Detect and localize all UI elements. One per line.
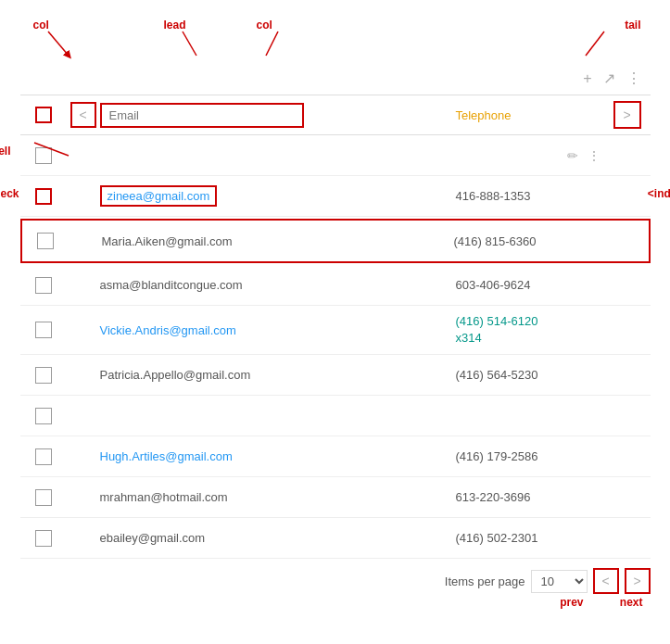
pagination-label: Items per page [445,575,525,588]
svg-line-0 [48,32,69,56]
row4-phone-main: (416) 514-6120 [456,313,604,330]
row9-check-col [20,530,67,547]
row4-email-col: Vickie.Andris@gmail.com [100,323,456,337]
subheader-actions: ✏ ⋮ [456,148,604,163]
telephone-header-label: Telephone [456,108,512,122]
row3-phone-col: 603-406-9624 [456,278,604,292]
col-prev-button[interactable]: < [70,102,96,128]
row-1-wrapper: check <index> : 1 zineea@gmail.com 416-8… [20,176,651,217]
pagination-next-button[interactable]: > [625,568,651,594]
table-row: Hugh.Artiles@gmail.com (416) 179-2586 [20,436,651,477]
row8-email: mrahman@hotmail.com [100,490,228,504]
ann-prev-label: prev [560,596,583,609]
row8-checkbox[interactable] [35,489,52,506]
row4-check-col [20,322,67,338]
row6-check-col [20,408,67,424]
row1-phone-col: 416-888-1353 [456,189,604,203]
table-header: < Telephone > [20,95,651,135]
row2-email-col: Maria.Aiken@gmail.com [102,234,454,248]
annotation-subheader-row: ✏ ⋮ [20,135,651,176]
row4-email: Vickie.Andris@gmail.com [100,323,236,337]
header-nav-prev: < [67,102,100,128]
pagination-wrapper: Items per page 10 5 25 50 < > prev next [20,559,651,594]
row7-email: Hugh.Artiles@gmail.com [100,449,233,463]
row4-checkbox[interactable] [35,322,52,338]
pagination-next-icon: > [633,574,640,588]
ann-lead-label: lead [164,19,186,32]
row1-email-col: zineea@gmail.com [100,185,456,207]
pagination-prev-icon: < [601,574,609,588]
row2-email: Maria.Aiken@gmail.com [102,234,233,248]
more-row-icon[interactable]: ⋮ [588,148,600,163]
row8-phone-col: 613-220-3696 [456,490,604,504]
row1-checkbox[interactable] [35,188,52,205]
trend-icon[interactable]: ↗ [603,69,615,87]
row6-checkbox[interactable] [35,408,52,424]
row2-phone-col: (416) 815-6360 [454,234,602,248]
svg-line-2 [266,32,278,56]
header-tail-col: > [604,101,651,129]
table-row: ebailey@gmail.com (416) 502-2301 [20,518,651,559]
ann-col2-label: col [257,19,272,32]
annotation-row1: ✏ ⋮ cell [20,135,651,176]
row3-phone: 603-406-9624 [456,278,531,292]
ann-check-label: check [0,187,19,200]
row-2-highlighted: Maria.Aiken@gmail.com (416) 815-6360 [20,219,651,263]
row4-phone-ext: x314 [456,330,604,347]
svg-line-3 [586,32,604,56]
subheader-checkbox[interactable] [35,147,52,164]
table-row: asma@blanditcongue.com 603-406-9624 [20,265,651,306]
header-telephone-col: Telephone [456,108,604,122]
row2-phone: (416) 815-6360 [454,234,537,248]
ann-next-label: next [620,596,643,609]
more-icon[interactable]: ⋮ [626,69,641,87]
tail-next-icon: > [623,107,630,122]
data-table: col lead col tail + ↗ ⋮ [20,19,651,594]
row9-email: ebailey@gmail.com [100,531,206,545]
ann-col-label: col [33,19,49,32]
row3-email: asma@blanditcongue.com [100,278,243,292]
tail-next-button[interactable]: > [613,101,641,129]
table-row: Vickie.Andris@gmail.com (416) 514-6120 x… [20,306,651,355]
row9-checkbox[interactable] [35,530,52,547]
row7-phone: (416) 179-2586 [456,449,538,463]
row7-checkbox[interactable] [35,448,52,465]
svg-line-1 [183,32,196,56]
table-row [20,396,651,436]
row4-phone-multiline: (416) 514-6120 x314 [456,313,604,347]
row1-check-col [20,188,67,205]
row3-email-col: asma@blanditcongue.com [100,278,456,292]
row8-check-col [20,489,67,506]
row9-email-col: ebailey@gmail.com [100,531,456,545]
header-checkbox[interactable] [35,107,52,123]
annotation-arrows [20,19,651,69]
row7-phone-col: (416) 179-2586 [456,449,604,463]
row4-phone-col: (416) 514-6120 x314 [456,313,604,347]
row9-phone-col: (416) 502-2301 [456,531,604,545]
row2-checkbox[interactable] [37,233,54,249]
pagination-prev-button[interactable]: < [593,568,619,594]
header-email-col [100,103,456,128]
row5-checkbox[interactable] [35,367,52,384]
header-checkbox-col [20,107,67,123]
table-row: Maria.Aiken@gmail.com (416) 815-6360 [22,221,649,261]
row1-email: zineea@gmail.com [100,185,218,207]
table-row: zineea@gmail.com 416-888-1353 [20,176,651,217]
row5-phone-col: (416) 564-5230 [456,368,604,382]
annotation-top: col lead col tail [20,19,651,69]
add-icon[interactable]: + [583,70,591,87]
pagination-row: Items per page 10 5 25 50 < > [20,559,651,594]
ann-tail-label: tail [625,19,640,32]
edit-icon[interactable]: ✏ [567,148,578,163]
ann-index-label: <index> : 1 [648,187,670,200]
toolbar: + ↗ ⋮ [20,69,651,95]
subheader-check-col [20,147,67,164]
table-row: Patricia.Appello@gmail.com (416) 564-523… [20,355,651,396]
table-row: mrahman@hotmail.com 613-220-3696 [20,477,651,518]
row7-email-col: Hugh.Artiles@gmail.com [100,449,456,463]
col-prev-icon: < [79,107,86,122]
row9-phone: (416) 502-2301 [456,531,538,545]
pagination-select[interactable]: 10 5 25 50 [531,570,588,593]
email-header-input[interactable] [100,103,304,128]
row3-checkbox[interactable] [35,277,52,294]
